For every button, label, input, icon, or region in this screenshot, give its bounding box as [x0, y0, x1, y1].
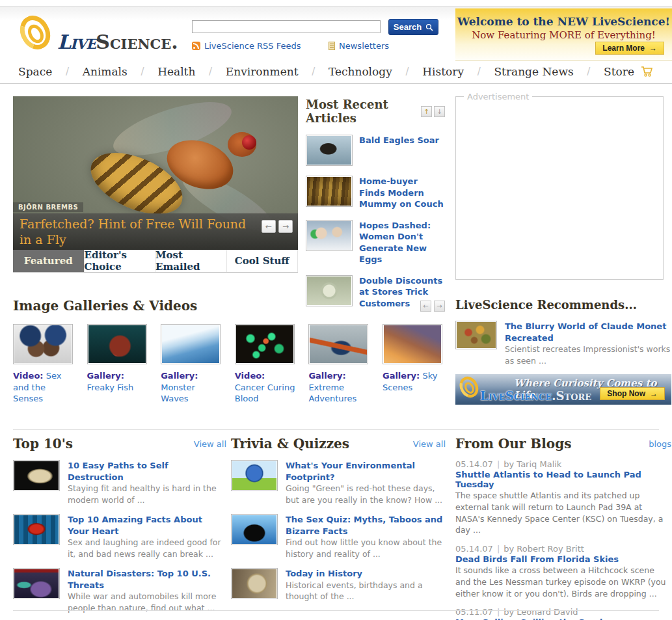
blog-excerpt: It sounds like a cross between a Hitchco… — [455, 565, 671, 599]
article-link[interactable]: What's Your Environmental Footprint? — [286, 460, 446, 483]
article-summary: Find out how little you know about the h… — [286, 537, 446, 559]
newsletters-link[interactable]: Newsletters — [329, 41, 389, 51]
gallery-item[interactable]: Video: Sex and the Senses — [13, 324, 75, 405]
nav-separator: / — [574, 66, 604, 77]
galleries-row: Video: Sex and the Senses Gallery: Freak… — [13, 324, 445, 405]
list-item[interactable]: What's Your Environmental Footprint? Goi… — [231, 460, 446, 505]
article-link[interactable]: The Sex Quiz: Myths, Taboos and Bizarre … — [286, 514, 446, 537]
store-brand: LiveScience.Store — [480, 389, 591, 403]
featured-module: BJÖRN BREMBS Farfetched? Hint of Free Wi… — [13, 96, 298, 273]
blog-title-link[interactable]: Mars Gullies: Spilling the Goods — [455, 617, 671, 620]
article-link[interactable]: 10 Easy Paths to Self Destruction — [68, 460, 226, 483]
nav-separator: / — [195, 66, 225, 77]
image-galleries-section: Image Galleries & Videos Video: Sex and … — [13, 298, 445, 405]
nav-item-health[interactable]: Health — [157, 65, 195, 78]
article-link[interactable]: Hopes Dashed: Women Don't Generate New E… — [359, 220, 445, 265]
store-banner[interactable]: Where Curiosity Comes to Life LiveScienc… — [455, 374, 671, 405]
blogs-link[interactable]: blogs — [649, 439, 671, 449]
nav-item-technology[interactable]: Technology — [329, 65, 392, 78]
logo-live: Live — [57, 31, 96, 53]
blog-entry[interactable]: 05.14.07by Robert Roy Britt Dead Birds F… — [455, 544, 671, 599]
gallery-item[interactable]: Video: Cancer Curing Blood — [235, 324, 297, 405]
list-item[interactable]: Hopes Dashed: Women Don't Generate New E… — [306, 220, 445, 265]
gallery-link[interactable]: Extreme Adventures — [308, 383, 356, 404]
article-link[interactable]: The Blurry World of Claude Monet Recreat… — [505, 321, 671, 344]
gallery-link[interactable]: Freaky Fish — [87, 383, 134, 392]
gallery-item[interactable]: Gallery: Extreme Adventures — [308, 324, 371, 405]
photo-credit: BJÖRN BREMBS — [13, 202, 83, 212]
blog-entry[interactable]: 05.11.07by Leonard David Mars Gullies: S… — [455, 607, 671, 620]
blog-title-link[interactable]: Shuttle Atlantis to Head to Launch Pad T… — [455, 470, 671, 489]
blog-date: 05.14.07 — [455, 544, 493, 554]
blog-entry[interactable]: 05.14.07by Tariq Malik Shuttle Atlantis … — [455, 459, 671, 536]
liberty-thumbnail — [13, 568, 60, 599]
nav-item-animals[interactable]: Animals — [83, 65, 128, 78]
search-button-label: Search — [394, 22, 422, 32]
top10-view-all-link[interactable]: View all — [194, 439, 226, 449]
gallery-link[interactable]: Cancer Curing Blood — [235, 383, 295, 404]
tab-most-emailed[interactable]: Most Emailed — [155, 250, 227, 272]
article-link[interactable]: Home-buyer Finds Modern Mummy on Couch — [359, 176, 445, 210]
nav-item-environment[interactable]: Environment — [226, 65, 299, 78]
learn-more-button[interactable]: Learn More — [595, 42, 664, 55]
search-input[interactable] — [192, 20, 381, 33]
couple-thumbnail — [231, 514, 278, 545]
store-brand-main: LiveScience — [480, 389, 552, 403]
nav-separator: / — [52, 66, 82, 77]
tab-editors-choice[interactable]: Editor's Choice — [85, 250, 156, 272]
list-item[interactable]: The Sex Quiz: Myths, Taboos and Bizarre … — [231, 514, 446, 559]
featured-image-fly[interactable]: BJÖRN BREMBS Farfetched? Hint of Free Wi… — [13, 96, 298, 250]
list-item[interactable]: Bald Eagles Soar — [306, 135, 445, 166]
article-link[interactable]: Natural Disasters: Top 10 U.S. Threats — [68, 568, 226, 591]
list-item[interactable]: Natural Disasters: Top 10 U.S. Threats W… — [13, 568, 226, 613]
nav-item-space[interactable]: Space — [18, 65, 52, 78]
skull-thumbnail — [13, 460, 60, 491]
carousel-prev-button[interactable] — [262, 220, 276, 233]
top10-title: Top 10's — [13, 436, 73, 452]
shop-now-button[interactable]: Shop Now — [600, 387, 665, 400]
sky-thumbnail — [383, 324, 442, 364]
scroll-down-button[interactable] — [434, 106, 445, 117]
rss-link-label: LiveScience RSS Feeds — [204, 41, 301, 51]
nav-item-store[interactable]: Store — [604, 65, 634, 78]
featured-carousel-arrows — [262, 220, 293, 233]
trivia-view-all-link[interactable]: View all — [413, 439, 446, 449]
rss-icon — [192, 42, 200, 50]
gallery-item[interactable]: Gallery: Freaky Fish — [87, 324, 150, 405]
carousel-next-button[interactable] — [434, 301, 445, 312]
globe-thumbnail — [231, 568, 278, 599]
nav-item-strange-news[interactable]: Strange News — [494, 65, 573, 78]
blogs-section: From Our Blogs blogs 05.14.07by Tariq Ma… — [455, 436, 671, 620]
gallery-item[interactable]: Gallery: Monster Waves — [161, 324, 223, 405]
list-item[interactable]: Today in History Historical events, birt… — [231, 568, 446, 602]
livescience-logo[interactable]: LiveScience. — [20, 14, 169, 55]
newsletters-link-label: Newsletters — [339, 41, 389, 51]
tab-featured[interactable]: Featured — [13, 250, 85, 272]
header: LiveScience. Search LiveScience RSS Feed… — [0, 7, 672, 60]
blog-author: by Robert Roy Britt — [504, 544, 584, 554]
gallery-link[interactable]: Monster Waves — [161, 383, 195, 404]
header-links: LiveScience RSS Feeds Newsletters — [192, 41, 446, 51]
scroll-up-button[interactable] — [421, 106, 432, 117]
tab-cool-stuff[interactable]: Cool Stuff — [227, 250, 299, 272]
list-item[interactable]: Top 10 Amazing Facts About Your Heart Se… — [13, 514, 226, 559]
carousel-next-button[interactable] — [278, 220, 293, 233]
nav-item-history[interactable]: History — [422, 65, 464, 78]
featured-tabs: Featured Editor's Choice Most Emailed Co… — [13, 250, 298, 273]
gallery-item[interactable]: Gallery: Sky Scenes — [383, 324, 445, 405]
rss-feeds-link[interactable]: LiveScience RSS Feeds — [192, 41, 329, 51]
list-item[interactable]: 10 Easy Paths to Self Destruction Stayin… — [13, 460, 226, 505]
shopping-cart-icon[interactable] — [641, 66, 654, 77]
article-link[interactable]: Today in History — [286, 568, 446, 580]
list-item[interactable]: Home-buyer Finds Modern Mummy on Couch — [306, 176, 445, 210]
featured-headline-link[interactable]: Farfetched? Hint of Free Will Found in a… — [20, 217, 254, 248]
search-button[interactable]: Search — [388, 19, 438, 35]
blog-title-link[interactable]: Dead Birds Fall From Florida Skies — [455, 554, 671, 564]
page-bottom-divider — [13, 610, 659, 611]
wave-thumbnail — [161, 324, 221, 364]
list-item[interactable]: The Blurry World of Claude Monet Recreat… — [455, 321, 671, 366]
nav-separator: / — [392, 66, 422, 77]
article-link[interactable]: Top 10 Amazing Facts About Your Heart — [68, 514, 226, 537]
article-link[interactable]: Bald Eagles Soar — [359, 135, 439, 146]
carousel-prev-button[interactable] — [420, 301, 431, 312]
